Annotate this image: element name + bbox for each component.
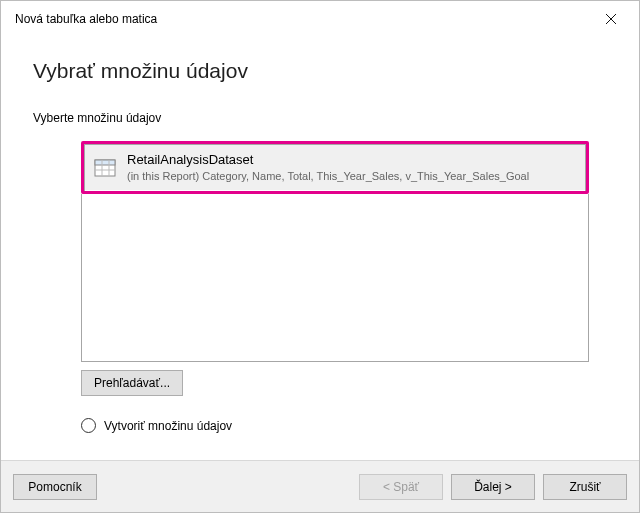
table-icon: [93, 156, 117, 180]
back-button: < Späť: [359, 474, 443, 500]
dataset-listbox-bottom[interactable]: [81, 194, 589, 362]
radio-icon[interactable]: [81, 418, 96, 433]
titlebar: Nová tabuľka alebo matica: [1, 1, 639, 37]
dialog-content: Vybrať množinu údajov Vyberte množinu úd…: [1, 37, 639, 460]
dataset-listbox-top[interactable]: RetailAnalysisDataset (in this Report) C…: [84, 144, 586, 191]
next-button[interactable]: Ďalej >: [451, 474, 535, 500]
page-subheading: Vyberte množinu údajov: [33, 111, 607, 125]
highlight-border: RetailAnalysisDataset (in this Report) C…: [81, 141, 589, 194]
dataset-name: RetailAnalysisDataset: [127, 151, 529, 169]
help-button[interactable]: Pomocník: [13, 474, 97, 500]
browse-button[interactable]: Prehľadávať...: [81, 370, 183, 396]
window-title: Nová tabuľka alebo matica: [15, 12, 157, 26]
dataset-item[interactable]: RetailAnalysisDataset (in this Report) C…: [85, 145, 585, 190]
dataset-text: RetailAnalysisDataset (in this Report) C…: [127, 151, 529, 183]
svg-rect-3: [95, 160, 115, 165]
browse-row: Prehľadávať...: [81, 370, 607, 396]
create-dataset-label: Vytvoriť množinu údajov: [104, 419, 232, 433]
close-icon: [606, 14, 616, 24]
cancel-button[interactable]: Zrušiť: [543, 474, 627, 500]
page-heading: Vybrať množinu údajov: [33, 59, 607, 83]
dialog-footer: Pomocník < Späť Ďalej > Zrušiť: [1, 460, 639, 512]
create-dataset-option[interactable]: Vytvoriť množinu údajov: [81, 418, 607, 433]
dialog-window: Nová tabuľka alebo matica Vybrať množinu…: [0, 0, 640, 513]
dataset-list-highlight: RetailAnalysisDataset (in this Report) C…: [81, 141, 589, 194]
dataset-fields: (in this Report) Category, Name, Total, …: [127, 169, 529, 184]
close-button[interactable]: [591, 4, 631, 34]
